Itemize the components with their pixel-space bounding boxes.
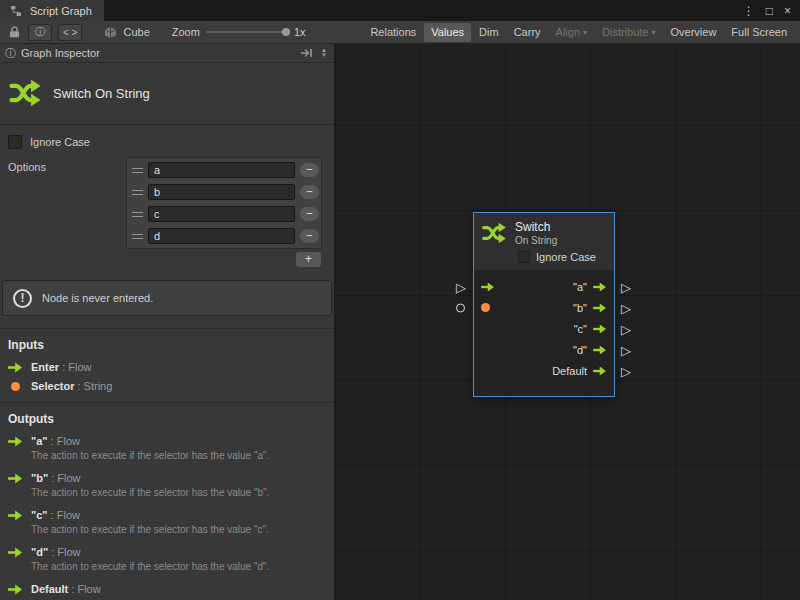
output-description: The action to execute if the selector ha…: [0, 524, 334, 542]
node-ignore-case-label: Ignore Case: [536, 251, 596, 263]
selector-port[interactable]: [456, 303, 465, 312]
switch-unit-icon: [8, 76, 42, 110]
output-type: : Flow: [48, 509, 80, 521]
output-type: : Flow: [48, 546, 80, 558]
window-controls: ⋮ □ ×: [734, 0, 800, 21]
output-type: : Flow: [68, 583, 100, 595]
tab-script-graph[interactable]: Script Graph: [0, 0, 104, 21]
input-name: Selector: [31, 380, 74, 392]
collapse-arrows-icon[interactable]: ▲ ▼: [319, 48, 329, 58]
flow-port-icon: [8, 436, 23, 447]
output-description: The action to execute if the selector ha…: [0, 450, 334, 468]
input-label: Selector : String: [31, 380, 112, 392]
output-b-group: "b": [573, 302, 607, 314]
option-input[interactable]: [148, 162, 295, 178]
tab-label: Script Graph: [30, 5, 92, 17]
remove-option-button[interactable]: −: [300, 207, 319, 221]
switch-node-icon: [481, 220, 507, 246]
drag-handle-icon[interactable]: [132, 168, 143, 173]
selector-string-icon: [481, 303, 490, 312]
output-item-default: Default : Flow: [0, 579, 334, 598]
output-d-label: "d": [573, 344, 587, 356]
info-icon: ⓘ: [5, 46, 16, 61]
flow-port-icon: [593, 303, 607, 313]
warning-box: ! Node is never entered.: [2, 280, 332, 316]
ignore-case-checkbox[interactable]: [8, 135, 22, 149]
add-option-button[interactable]: +: [296, 252, 321, 267]
relations-label: Relations: [370, 26, 416, 38]
chevron-down-icon: ▾: [583, 28, 587, 37]
output-b-label: "b": [573, 302, 587, 314]
output-item-d: "d" : Flow: [0, 542, 334, 561]
values-button[interactable]: Values: [424, 23, 471, 42]
zoom-slider-knob[interactable]: [282, 28, 290, 36]
output-default-group: Default: [552, 365, 607, 377]
output-a-label: "a": [573, 281, 587, 293]
align-label: Align: [556, 26, 580, 38]
lock-icon[interactable]: [6, 24, 22, 40]
graph-canvas[interactable]: Switch On String Ignore Case ▷ "a": [335, 44, 800, 600]
output-label: "d" : Flow: [31, 546, 81, 558]
output-label: "c" : Flow: [31, 509, 80, 521]
inputs-header: Inputs: [0, 329, 334, 357]
switch-on-string-node[interactable]: Switch On String Ignore Case ▷ "a": [473, 212, 615, 397]
graph-owner[interactable]: Cube: [102, 24, 149, 40]
output-default-port[interactable]: ▷: [621, 364, 631, 377]
unit-title-block: Switch On String: [0, 63, 334, 124]
flow-port-icon: [593, 282, 607, 292]
output-name: "b": [31, 472, 48, 484]
option-input[interactable]: [148, 228, 295, 244]
node-ignore-case-checkbox[interactable]: [518, 251, 530, 263]
output-item-c: "c" : Flow: [0, 505, 334, 524]
flow-port-icon: [8, 584, 23, 595]
option-input[interactable]: [148, 184, 295, 200]
window-maximize-icon[interactable]: □: [766, 5, 773, 17]
enter-port[interactable]: ▷: [456, 280, 466, 293]
node-header: Switch On String Ignore Case: [474, 213, 614, 270]
output-b-port[interactable]: ▷: [621, 301, 631, 314]
flow-port-icon: [8, 510, 23, 521]
distribute-button[interactable]: Distribute▾: [595, 23, 662, 42]
fullscreen-button[interactable]: Full Screen: [724, 23, 794, 42]
code-view-button[interactable]: < >: [58, 24, 82, 41]
script-graph-window: Script Graph ⋮ □ × ⓘ < > Cube Zoom 1x Re…: [0, 0, 800, 600]
dim-button[interactable]: Dim: [472, 23, 506, 42]
code-icon: < >: [63, 27, 77, 38]
info-icon: ⓘ: [35, 25, 45, 39]
ignore-case-label: Ignore Case: [30, 136, 90, 148]
option-input[interactable]: [148, 206, 295, 222]
inspect-button[interactable]: ⓘ: [28, 24, 52, 41]
outputs-header: Outputs: [0, 403, 334, 431]
output-d-port[interactable]: ▷: [621, 343, 631, 356]
output-c-port[interactable]: ▷: [621, 322, 631, 335]
dock-icon[interactable]: [298, 45, 314, 61]
relations-button[interactable]: Relations: [363, 23, 423, 42]
fullscreen-label: Full Screen: [731, 26, 787, 38]
remove-option-button[interactable]: −: [300, 163, 319, 177]
unit-title: Switch On String: [53, 86, 150, 101]
node-ignore-case-row: Ignore Case: [518, 251, 607, 263]
zoom-slider[interactable]: [206, 31, 288, 33]
output-label: Default : Flow: [31, 583, 101, 595]
input-type: : Flow: [59, 361, 91, 373]
drag-handle-icon[interactable]: [132, 190, 143, 195]
string-dot: [11, 382, 20, 391]
output-a-port[interactable]: ▷: [621, 280, 631, 293]
port-row-enter-a: ▷ "a" ▷: [474, 276, 614, 297]
window-close-icon[interactable]: ×: [784, 5, 791, 17]
remove-option-button[interactable]: −: [300, 229, 319, 243]
node-title: Switch: [515, 220, 557, 234]
input-item-enter: Enter : Flow: [0, 357, 334, 376]
node-title-row: Switch On String: [481, 220, 607, 246]
drag-handle-icon[interactable]: [132, 212, 143, 217]
collapse-down-icon: ▼: [321, 53, 327, 58]
overview-button[interactable]: Overview: [664, 23, 724, 42]
window-menu-icon[interactable]: ⋮: [743, 5, 755, 17]
remove-option-button[interactable]: −: [300, 185, 319, 199]
node-ports: ▷ "a" ▷ "b": [474, 270, 614, 396]
drag-handle-icon[interactable]: [132, 234, 143, 239]
output-name: "c": [31, 509, 48, 521]
align-button[interactable]: Align▾: [549, 23, 594, 42]
output-type: : Flow: [48, 435, 80, 447]
carry-button[interactable]: Carry: [507, 23, 548, 42]
